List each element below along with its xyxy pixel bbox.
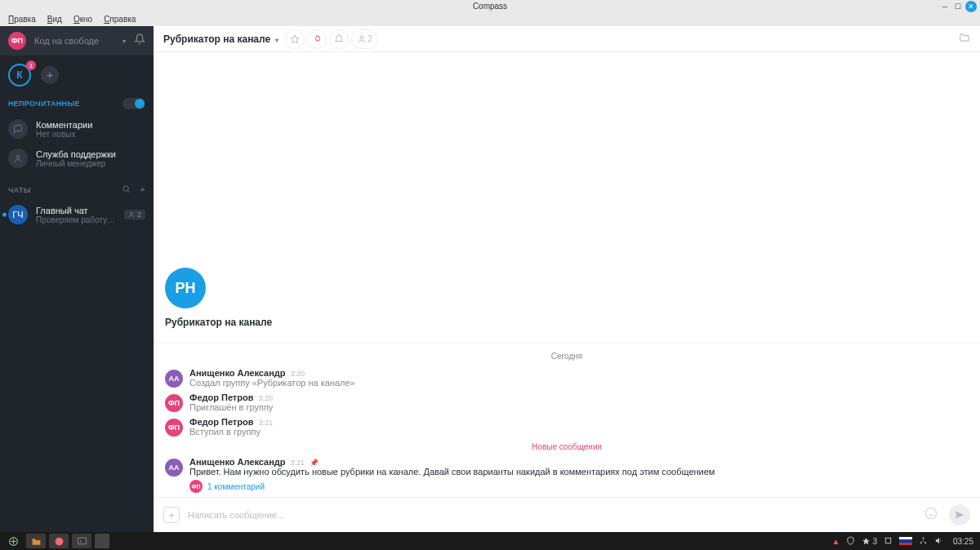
network-icon[interactable] <box>919 536 928 547</box>
message-author: Анищенко Александр <box>189 368 286 378</box>
sidebar: ФП Код на свободе ▾ К 1 + НЕПРОЧИТАННЫЕ … <box>0 26 154 532</box>
message-input[interactable] <box>188 510 916 520</box>
comment-icon <box>8 119 28 139</box>
svg-point-1 <box>122 186 127 191</box>
clock[interactable]: 03:25 <box>953 537 973 546</box>
message-composer: + <box>154 497 980 532</box>
message-time: 3:21 <box>291 459 305 467</box>
message-text: Приглашён в группу <box>189 402 969 412</box>
thread-link[interactable]: ФП1 комментарий <box>189 477 969 495</box>
svg-rect-7 <box>78 538 86 544</box>
chat-avatar: РН <box>165 268 206 308</box>
svg-point-3 <box>360 36 363 39</box>
titlebar: Compass ─ ☐ ✕ <box>0 0 980 11</box>
message-author: Федор Петров <box>189 393 253 402</box>
svg-point-2 <box>131 212 133 215</box>
sidebar-item-subtitle: Проверяем работу фу... <box>36 215 116 224</box>
window-close-button[interactable]: ✕ <box>965 1 977 12</box>
notifications-tray[interactable]: 3 <box>862 537 877 546</box>
message-time: 3:20 <box>258 394 273 402</box>
message-avatar: АА <box>165 370 183 388</box>
thread-count: 1 комментарий <box>207 482 265 491</box>
system-tray: ▲ 3 03:25 <box>832 536 978 547</box>
taskbar: ▲ 3 03:25 <box>0 532 980 550</box>
message[interactable]: ФПФедор Петров3:20Приглашён в группу <box>154 390 980 415</box>
new-messages-separator: Новые сообщения <box>154 439 980 455</box>
menubar: ПравкаВидОкноСправка <box>0 11 980 26</box>
terminal-button[interactable] <box>72 534 91 548</box>
start-menu-button[interactable] <box>3 534 23 548</box>
message-time: 3:21 <box>258 419 273 427</box>
send-button[interactable] <box>949 504 970 526</box>
sidebar-header[interactable]: ФП Код на свободе ▾ <box>0 26 154 55</box>
message-text: Привет. Нам нужно обсудить новые рубрики… <box>189 467 969 477</box>
app-task-button[interactable] <box>95 534 109 548</box>
sidebar-item-title: Комментарии <box>36 120 145 130</box>
window-minimize-button[interactable]: ─ <box>939 1 951 12</box>
shield-icon[interactable] <box>846 536 855 547</box>
user-status[interactable]: Код на свободе <box>34 36 119 46</box>
menu-item[interactable]: Правка <box>3 13 41 25</box>
volume-icon[interactable] <box>934 536 943 547</box>
svg-point-4 <box>925 508 936 518</box>
message[interactable]: АААнищенко Александр3:20Создал группу «Р… <box>154 366 980 390</box>
sidebar-item-subtitle: Личный менеджер <box>36 159 145 168</box>
language-flag[interactable] <box>899 537 912 545</box>
workspace-switcher: К 1 + <box>0 55 154 93</box>
sidebar-chat-item[interactable]: ГЧГлавный чатПроверяем работу фу...2 <box>0 200 154 229</box>
svg-point-6 <box>55 537 63 545</box>
members-badge: 2 <box>124 210 145 220</box>
sidebar-item[interactable]: Служба поддержкиЛичный менеджер <box>0 144 154 173</box>
folder-icon[interactable] <box>959 32 970 47</box>
chat-intro-title: Рубрикатор на канале <box>165 317 969 328</box>
notifications-button[interactable] <box>329 29 349 49</box>
attach-button[interactable]: + <box>163 507 180 523</box>
window-maximize-button[interactable]: ☐ <box>952 1 964 12</box>
chat-header: Рубрикатор на канале ▾ 2 <box>154 26 980 52</box>
menu-item[interactable]: Вид <box>42 13 67 25</box>
message-avatar: ФП <box>165 419 183 437</box>
chat-scroll[interactable]: РН Рубрикатор на канале Сегодня АААнищен… <box>154 52 980 497</box>
message-text: Создал группу «Рубрикатор на канале» <box>189 378 969 388</box>
chevron-down-icon: ▾ <box>275 37 278 44</box>
firefox-button[interactable] <box>49 534 69 548</box>
emoji-button[interactable] <box>924 507 938 523</box>
sidebar-item[interactable]: КомментарииНет новых <box>0 114 154 144</box>
message-text: Вступил в группу <box>189 427 969 437</box>
chat-title[interactable]: Рубрикатор на канале ▾ <box>163 33 278 45</box>
workspace-badge: 1 <box>26 60 36 70</box>
chevron-down-icon: ▾ <box>122 38 126 45</box>
tray-square-icon[interactable] <box>884 536 893 547</box>
svg-rect-8 <box>885 538 890 543</box>
bell-icon[interactable] <box>134 33 145 48</box>
message[interactable]: ФПФедор Петров3:21Вступил в группу <box>154 415 980 439</box>
unread-toggle[interactable] <box>122 98 145 109</box>
members-button[interactable]: 2 <box>351 29 379 49</box>
add-chat-button[interactable]: + <box>140 184 145 195</box>
message-time: 3:20 <box>291 370 305 378</box>
pin-icon: 📌 <box>310 459 318 467</box>
svg-point-9 <box>923 537 924 539</box>
chat-intro: РН Рубрикатор на канале <box>154 251 980 335</box>
user-avatar[interactable]: ФП <box>8 32 26 50</box>
message[interactable]: АААнищенко Александр3:21 📌Привет. Нам ну… <box>154 455 980 497</box>
message-author: Анищенко Александр <box>189 457 286 467</box>
sidebar-item-subtitle: Нет новых <box>36 130 145 139</box>
search-icon[interactable] <box>122 184 131 195</box>
chat-avatar-icon: ГЧ <box>8 205 28 224</box>
menu-item[interactable]: Окно <box>69 13 97 25</box>
svg-point-0 <box>16 155 20 158</box>
files-button[interactable] <box>26 534 46 548</box>
support-icon <box>8 149 28 168</box>
menu-item[interactable]: Справка <box>99 13 140 25</box>
date-separator: Сегодня <box>154 343 980 366</box>
chat-pane: Рубрикатор на канале ▾ 2 РН Рубрикатор н… <box>154 26 980 532</box>
thread-avatar: ФП <box>189 480 203 493</box>
star-button[interactable] <box>285 29 305 49</box>
workspace-add-button[interactable]: + <box>41 66 59 84</box>
tray-icon[interactable]: ▲ <box>832 537 840 546</box>
fire-button[interactable] <box>307 29 327 49</box>
message-avatar: АА <box>165 459 183 477</box>
window-title: Compass <box>473 2 507 11</box>
sidebar-item-title: Служба поддержки <box>36 149 145 159</box>
